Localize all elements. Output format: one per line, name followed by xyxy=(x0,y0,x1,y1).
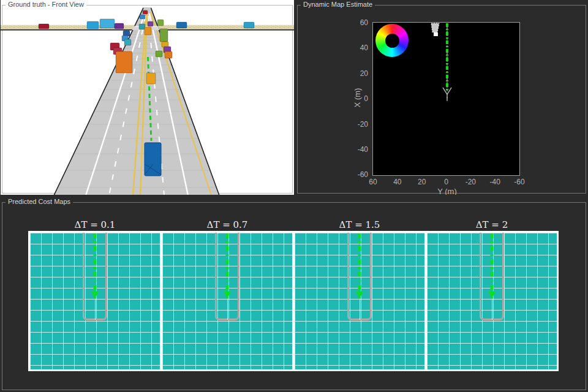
cost-map-title: ΔT = 1.5 xyxy=(295,219,424,230)
x-tick-label: 60 xyxy=(369,178,377,186)
cost-map-title: ΔT = 2 xyxy=(427,219,557,230)
cost-map-1: ΔT = 0.7 xyxy=(162,233,292,369)
cost-map-title: ΔT = 0.7 xyxy=(162,219,292,230)
dynamic-map-plot xyxy=(372,22,520,176)
x-tick-label: 0 xyxy=(444,178,448,186)
vehicle xyxy=(146,73,156,84)
tracked-objects-layer xyxy=(373,23,519,175)
vehicle xyxy=(139,24,145,29)
dynamic-map-panel: Dynamic Map Estimate 6040200-20-40-60 60… xyxy=(296,0,587,195)
vehicle xyxy=(165,51,172,58)
vehicle xyxy=(145,27,151,35)
vehicle xyxy=(156,51,162,57)
vehicle xyxy=(148,21,153,26)
cost-maps-panel-title: Predicted Cost Maps xyxy=(6,198,73,206)
cost-map-title: ΔT = 0.1 xyxy=(30,219,160,230)
cost-map-0: ΔT = 0.1 xyxy=(30,233,160,369)
x-tick-label: -20 xyxy=(466,178,476,186)
trajectory-arrow xyxy=(91,291,99,300)
predicted-trajectory xyxy=(94,233,97,292)
vehicle xyxy=(87,21,99,29)
x-tick-label: 40 xyxy=(393,178,401,186)
cost-maps-panel: Predicted Cost Maps ΔT = 0.1ΔT = 0.7ΔT =… xyxy=(1,197,587,391)
y-tick-label: -20 xyxy=(358,120,368,129)
vehicle xyxy=(160,29,168,42)
ground-truth-panel: Ground truth - Front View xyxy=(1,0,294,195)
predicted-trajectory xyxy=(226,233,229,292)
vehicle xyxy=(39,24,49,29)
y-tick-label: -60 xyxy=(358,170,368,179)
y-tick-label: -40 xyxy=(358,145,368,154)
vehicle xyxy=(115,23,124,29)
cost-maps-row: ΔT = 0.1ΔT = 0.7ΔT = 1.5ΔT = 2 xyxy=(28,231,559,371)
vehicle xyxy=(140,15,145,19)
x-tick-label: -40 xyxy=(489,178,500,186)
vehicle xyxy=(244,22,254,28)
y-tick-label: 60 xyxy=(360,18,368,27)
vehicle xyxy=(157,20,164,26)
ground-truth-panel-title: Ground truth - Front View xyxy=(6,1,86,9)
trajectory-arrow xyxy=(356,291,363,300)
dynamic-map-panel-title: Dynamic Map Estimate xyxy=(301,1,375,9)
x-tick-label: -60 xyxy=(514,178,524,186)
y-axis-label: X (m) xyxy=(353,81,362,115)
trajectory-arrow xyxy=(488,291,496,300)
driving-scene xyxy=(1,0,294,195)
trajectory-arrow xyxy=(224,291,231,300)
x-axis-label: Y (m) xyxy=(430,187,464,195)
detected-object xyxy=(431,23,439,32)
vehicle xyxy=(100,19,115,28)
predicted-trajectory xyxy=(491,233,494,292)
vehicle xyxy=(176,22,187,28)
y-tick-label: 0 xyxy=(364,94,368,103)
y-tick-label: 20 xyxy=(360,69,368,78)
vehicle xyxy=(116,51,132,73)
cost-map-3: ΔT = 2 xyxy=(427,233,557,369)
ego-vehicle-body xyxy=(145,143,161,176)
road-surface xyxy=(54,7,219,195)
vehicle xyxy=(124,39,131,45)
ego-vehicle xyxy=(145,143,161,176)
y-tick-label: 40 xyxy=(360,43,368,52)
vehicle xyxy=(143,10,148,14)
x-tick-label: 20 xyxy=(418,178,426,186)
cost-map-2: ΔT = 1.5 xyxy=(295,233,424,369)
predicted-trajectory xyxy=(358,233,361,292)
